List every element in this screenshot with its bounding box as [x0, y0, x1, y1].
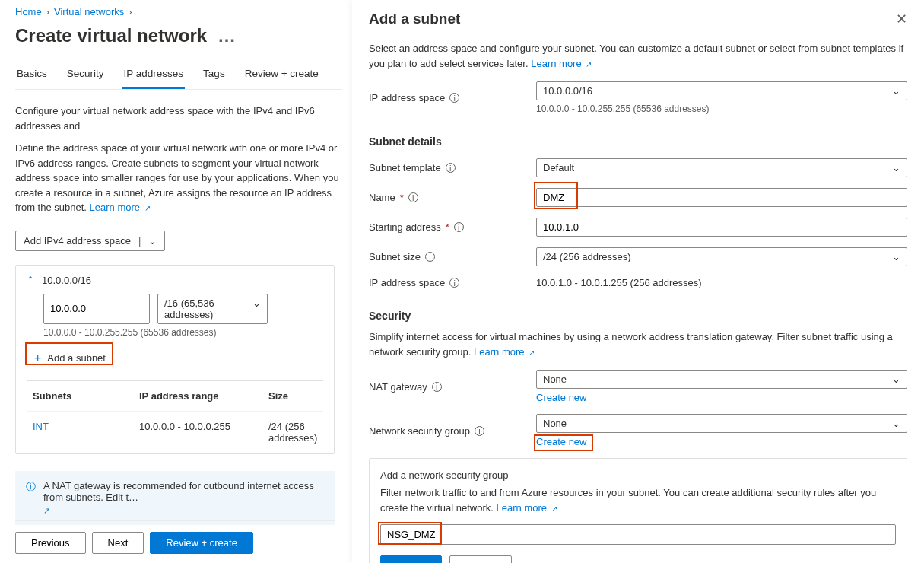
info-icon[interactable]: i	[449, 278, 459, 288]
wizard-footer: Previous Next Review + create	[15, 520, 335, 554]
address-mask-select[interactable]: /16 (65,536 addresses)⌄	[157, 294, 268, 324]
panel-title: Add a subnet	[369, 11, 460, 27]
review-create-button[interactable]: Review + create	[150, 532, 253, 554]
collapse-icon[interactable]: ⌃	[27, 275, 34, 285]
info-icon[interactable]: i	[446, 163, 456, 173]
learn-more-link[interactable]: Learn more ↗	[531, 58, 592, 69]
info-icon: ⓘ	[26, 480, 36, 494]
subnet-template-select[interactable]: Default⌄	[536, 158, 907, 177]
chevron-down-icon: ⌄	[892, 418, 900, 429]
next-button[interactable]: Next	[92, 532, 144, 554]
plus-icon: +	[34, 351, 41, 365]
security-description: Simplify internet access for virtual mac…	[369, 329, 907, 359]
tab-bar: Basics Security IP addresses Tags Review…	[15, 68, 342, 90]
external-link-icon[interactable]: ↗	[43, 506, 324, 516]
info-icon[interactable]: i	[432, 382, 442, 392]
more-icon[interactable]: …	[218, 25, 236, 46]
section-subnet-details: Subnet details	[369, 135, 907, 148]
external-link-icon: ↗	[529, 348, 535, 357]
add-nsg-card: Add a network security group Filter netw…	[369, 458, 907, 563]
page-title: Create virtual network …	[15, 25, 342, 46]
chevron-down-icon: ⌄	[892, 251, 900, 262]
col-subnets: Subnets	[33, 390, 139, 402]
address-cidr-label: 10.0.0.0/16	[42, 275, 91, 286]
external-link-icon: ↗	[586, 60, 592, 68]
add-subnet-button[interactable]: + Add a subnet	[27, 347, 113, 370]
subnet-range: 10.0.0.0 - 10.0.0.255	[139, 421, 268, 444]
address-ip-input[interactable]	[43, 294, 150, 324]
subnet-name-link[interactable]: INT	[33, 421, 139, 444]
nsg-name-input[interactable]	[380, 524, 896, 545]
info-icon[interactable]: i	[454, 222, 464, 232]
learn-more-link[interactable]: Learn more ↗	[90, 202, 151, 213]
cancel-button[interactable]: Cancel	[449, 555, 512, 563]
col-range: IP address range	[139, 390, 268, 402]
create-new-nsg-link[interactable]: Create new	[536, 436, 586, 447]
table-row: INT 10.0.0.0 - 10.0.0.255 /24 (256 addre…	[27, 412, 323, 453]
chevron-down-icon: ⌄	[252, 297, 261, 320]
address-space-card: ⌃ 10.0.0.0/16 /16 (65,536 addresses)⌄ 10…	[15, 265, 335, 454]
label-nsg: Network security group	[369, 425, 470, 437]
label-subnet-size: Subnet size	[369, 251, 421, 262]
create-new-nat-link[interactable]: Create new	[536, 392, 586, 403]
section-security: Security	[369, 310, 907, 322]
chevron-right-icon: ›	[46, 6, 49, 17]
tab-review[interactable]: Review + create	[243, 68, 320, 89]
tab-basics[interactable]: Basics	[15, 68, 49, 89]
address-range-hint: 10.0.0.0 - 10.0.255.255 (65536 addresses…	[43, 327, 323, 338]
subnet-size: /24 (256 addresses)	[268, 421, 352, 444]
intro-text: Configure your virtual network address s…	[15, 103, 342, 215]
chevron-down-icon: ⌄	[892, 162, 900, 173]
tab-security[interactable]: Security	[65, 68, 106, 89]
label-ip-space-result: IP address space	[369, 277, 445, 288]
add-ipv4-space-button[interactable]: Add IPv4 address space | ⌄	[15, 231, 165, 251]
info-icon[interactable]: i	[449, 93, 459, 103]
info-icon[interactable]: i	[475, 426, 484, 436]
ok-button[interactable]: OK	[380, 555, 442, 563]
learn-more-link[interactable]: Learn more ↗	[474, 346, 535, 358]
external-link-icon: ↗	[144, 204, 151, 212]
subnet-name-input[interactable]	[536, 188, 907, 207]
breadcrumb-home[interactable]: Home	[15, 6, 42, 17]
panel-description: Select an address space and configure yo…	[369, 41, 907, 71]
add-subnet-panel: Add a subnet ✕ Select an address space a…	[352, 0, 924, 563]
subnet-table: Subnets IP address range Size INT 10.0.0…	[27, 380, 323, 453]
label-ip-space: IP address space	[369, 92, 445, 103]
col-size: Size	[268, 390, 352, 402]
nat-info-banner: ⓘ A NAT gateway is recommended for outbo…	[15, 471, 335, 525]
close-icon[interactable]: ✕	[896, 11, 907, 27]
info-icon[interactable]: i	[425, 252, 435, 262]
ip-space-hint: 10.0.0.0 - 10.0.255.255 (65536 addresses…	[536, 103, 907, 114]
external-link-icon: ↗	[551, 504, 557, 513]
label-name: Name	[369, 192, 395, 203]
subnet-size-select[interactable]: /24 (256 addresses)⌄	[536, 247, 907, 266]
nat-gateway-select[interactable]: None⌄	[536, 370, 907, 389]
chevron-down-icon: ⌄	[148, 235, 157, 247]
nsg-card-title: Add a network security group	[380, 469, 896, 481]
info-icon[interactable]: i	[408, 192, 418, 202]
chevron-right-icon: ›	[129, 6, 132, 17]
tab-tags[interactable]: Tags	[202, 68, 227, 89]
starting-address-input[interactable]	[536, 218, 907, 237]
nsg-card-description: Filter network traffic to and from Azure…	[380, 487, 876, 514]
breadcrumb: Home › Virtual networks ›	[15, 6, 342, 17]
chevron-down-icon: ⌄	[892, 85, 900, 97]
breadcrumb-vnets[interactable]: Virtual networks	[54, 6, 124, 17]
chevron-down-icon: ⌄	[892, 374, 900, 385]
tab-ip-addresses[interactable]: IP addresses	[122, 68, 186, 89]
previous-button[interactable]: Previous	[15, 532, 86, 554]
ip-space-select[interactable]: 10.0.0.0/16⌄	[536, 81, 907, 100]
label-nat-gateway: NAT gateway	[369, 381, 427, 393]
nsg-select[interactable]: None⌄	[536, 414, 907, 433]
learn-more-link[interactable]: Learn more ↗	[496, 502, 557, 514]
ip-result-range: 10.0.1.0 - 10.0.1.255 (256 addresses)	[536, 277, 907, 288]
label-subnet-template: Subnet template	[369, 162, 441, 173]
label-starting-address: Starting address	[369, 221, 441, 233]
